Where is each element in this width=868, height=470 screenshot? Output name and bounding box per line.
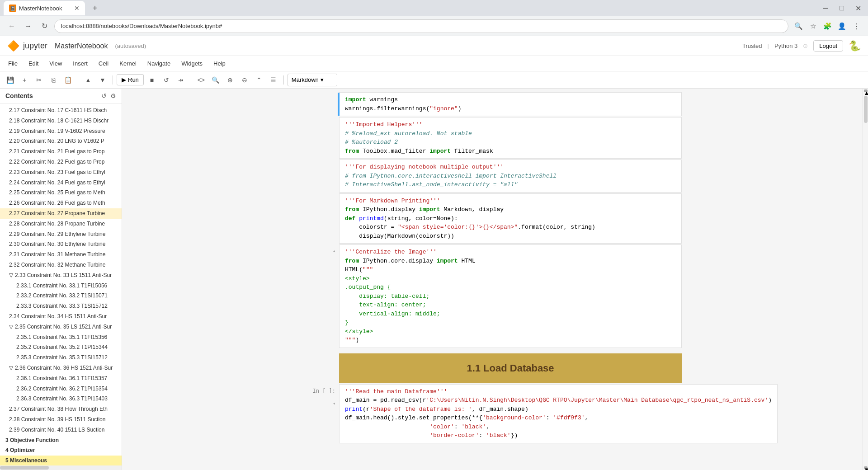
browser-tab[interactable]: 📓 MasterNotebook ✕ [4, 1, 85, 15]
toggle-headers-button[interactable]: ☰ [267, 74, 280, 86]
logout-button[interactable]: Logout [813, 40, 843, 52]
menu-kernel[interactable]: Kernel [115, 58, 141, 69]
cell-content[interactable]: import warnings warnings.filterwarnings(… [339, 92, 682, 116]
jupyter-header-right: Trusted | Python 3 ⊙ Logout 🐍 [742, 40, 861, 52]
jupyter-logo-icon: 🔶 [7, 40, 19, 52]
toc-item-2-36-1[interactable]: 2.36.1 Constraint No. 36.1 T1FI15357 [0, 373, 122, 384]
toc-item-2-19[interactable]: 2.19 Constraint No. 19 V-1602 Pressure [0, 126, 122, 136]
extensions-icon[interactable]: 🧩 [821, 20, 834, 33]
cut-button[interactable]: ✂ [33, 74, 45, 86]
toc-item-2-33-1[interactable]: 2.33.1 Constraint No. 33.1 T1FI15056 [0, 281, 122, 291]
restart-button[interactable]: ↺ [160, 74, 173, 86]
cell-content[interactable]: '''For displaying notebook multiple outp… [339, 160, 682, 193]
toc-item-2-36-3[interactable]: 2.36.3 Constraint No. 36.3 T1PI15403 [0, 394, 122, 404]
toc-item-2-21[interactable]: 2.21 Constraint No. 21 Fuel gas to Prop [0, 146, 122, 157]
notebook-title[interactable]: MasterNotebook [55, 42, 108, 50]
forward-button[interactable]: → [22, 20, 34, 33]
sidebar-bottom-scrollbar[interactable] [0, 465, 122, 470]
sidebar-settings-icon[interactable]: ⚙ [110, 92, 116, 99]
toc-item-2-33-3[interactable]: 2.33.3 Constraint No. 33.3 T1SI15712 [0, 301, 122, 311]
notebook-area[interactable]: import warnings warnings.filterwarnings(… [122, 89, 863, 470]
toc-item-2-35-1[interactable]: 2.35.1 Constraint No. 35.1 T1FI15356 [0, 332, 122, 343]
paste-button[interactable]: 📋 [61, 74, 74, 86]
toc-item-5[interactable]: 5 Miscellaneous [0, 456, 122, 465]
toc-item-2-39[interactable]: 2.39 Constraint No. 40 1511 LS Suction [0, 425, 122, 435]
move-up-button[interactable]: ▲ [82, 74, 94, 86]
toc-item-2-27[interactable]: 2.27 Constraint No. 27 Propane Turbine [0, 208, 122, 219]
address-bar[interactable]: localhost:8888/notebooks/Downloads/Maste… [54, 19, 788, 33]
toc-item-2-35[interactable]: ▽2.35 Constraint No. 35 LS 1521 Anti-Sur [0, 322, 122, 332]
search-icon[interactable]: 🔍 [792, 20, 805, 33]
menu-insert[interactable]: Insert [68, 58, 92, 69]
cell-content-load-db[interactable]: '''Read the main Dataframe''' df_main = … [339, 384, 778, 443]
search-button[interactable]: 🔍 [209, 74, 222, 86]
toc-item-2-37[interactable]: 2.37 Constraint No. 38 Flow Through Eth [0, 404, 122, 414]
cell-content[interactable]: '''For Markdown Printing''' from IPython… [339, 193, 682, 244]
toc-item-2-30[interactable]: 2.30 Constraint No. 30 Ethylene Turbine [0, 239, 122, 249]
toc-item-2-36-2[interactable]: 2.36.2 Constraint No. 36.2 T1PI15354 [0, 384, 122, 394]
toc-item-2-18[interactable]: 2.18 Constraint No. 18 C-1621 HS Dischr [0, 116, 122, 126]
toc-item-3[interactable]: 3 Objective Function [0, 435, 122, 446]
collapse-loaddb-icon[interactable]: ◂ [332, 400, 335, 406]
interrupt-button[interactable]: ■ [146, 74, 158, 86]
scroll-down-arrow[interactable]: ▼ [864, 466, 868, 469]
toc-item-2-31[interactable]: 2.31 Constraint No. 31 Methane Turbine [0, 249, 122, 260]
restart-run-button[interactable]: ↠ [175, 74, 187, 86]
menu-widgets[interactable]: Widgets [177, 58, 207, 69]
menu-cell[interactable]: Cell [94, 58, 113, 69]
code-line: print(r'Shape of the dataframe is: ', df… [345, 405, 772, 414]
jupyter-header: 🔶 jupyter MasterNotebook (autosaved) Tru… [0, 36, 868, 56]
toc-item-2-26[interactable]: 2.26 Constraint No. 26 Fuel gas to Meth [0, 198, 122, 208]
toc-item-2-36[interactable]: ▽2.36 Constraint No. 36 HS 1521 Anti-Sur [0, 363, 122, 373]
menu-help[interactable]: Help [209, 58, 230, 69]
sidebar-refresh-icon[interactable]: ↺ [101, 92, 107, 99]
zoom-out-button[interactable]: ⊖ [238, 74, 251, 86]
toc-item-2-33-2[interactable]: 2.33.2 Constraint No. 33.2 T1SI15071 [0, 291, 122, 301]
toc-item-2-34[interactable]: 2.34 Constraint No. 34 HS 1511 Anti-Sur [0, 311, 122, 322]
toc-item-2-32[interactable]: 2.32 Constraint No. 32 Methane Turbine [0, 260, 122, 270]
scrollbar-thumb[interactable] [864, 96, 868, 123]
cell-content[interactable]: '''Imported Helpers''' # %reload_ext aut… [339, 117, 682, 159]
toggle-output-button[interactable]: ⌃ [253, 74, 265, 86]
toc-item-2-38[interactable]: 2.38 Constraint No. 39 HS 1511 Suction [0, 414, 122, 425]
save-button[interactable]: 💾 [4, 74, 16, 86]
bookmark-icon[interactable]: ☆ [807, 20, 819, 33]
copy-button[interactable]: ⎘ [47, 74, 60, 86]
toc-item-2-33[interactable]: ▽2.33 Constraint No. 33 LS 1511 Anti-Sur [0, 270, 122, 281]
toc-item-2-20[interactable]: 2.20 Constraint No. 20 LNG to V1602 P [0, 136, 122, 146]
toc-item-2-25[interactable]: 2.25 Constraint No. 25 Fuel gas to Meth [0, 188, 122, 198]
cell-content[interactable]: '''Centralize the Image''' from IPython.… [339, 244, 682, 348]
profile-icon[interactable]: 👤 [835, 20, 848, 33]
menu-edit[interactable]: Edit [24, 58, 43, 69]
collapse-cell-icon[interactable]: ◂ [332, 248, 335, 254]
toc-item-2-17[interactable]: 2.17 Constraint No. 17 C-1611 HS Disch [0, 105, 122, 116]
menu-view[interactable]: View [45, 58, 66, 69]
menu-navigate[interactable]: Navigate [143, 58, 175, 69]
toc-item-2-28[interactable]: 2.28 Constraint No. 28 Propane Turbine [0, 219, 122, 229]
toc-item-2-24[interactable]: 2.24 Constraint No. 24 Fuel gas to Ethyl [0, 178, 122, 188]
minimize-button[interactable]: ─ [819, 2, 832, 14]
zoom-in-button[interactable]: ⊕ [224, 74, 236, 86]
more-menu-icon[interactable]: ⋮ [850, 20, 863, 33]
toc-item-4[interactable]: 4 Optimizer [0, 445, 122, 456]
cell-type-dropdown[interactable]: Markdown ▾ [288, 74, 337, 86]
close-button[interactable]: ✕ [852, 2, 864, 14]
code-button[interactable]: <> [195, 74, 208, 86]
toc-item-2-29[interactable]: 2.29 Constraint No. 29 Ethylene Turbine [0, 229, 122, 240]
reload-button[interactable]: ↻ [38, 20, 51, 33]
add-cell-button[interactable]: + [18, 74, 31, 86]
maximize-button[interactable]: □ [835, 2, 848, 14]
tab-close-button[interactable]: ✕ [74, 5, 80, 12]
toc-item-2-35-3[interactable]: 2.35.3 Constraint No. 35.3 T1SI15712 [0, 352, 122, 363]
toc-item-2-22[interactable]: 2.22 Constraint No. 22 Fuel gas to Prop [0, 157, 122, 167]
code-line: from IPython.core.display import HTML [345, 257, 676, 266]
toc-item-2-35-2[interactable]: 2.35.2 Constraint No. 35.2 T1PI15344 [0, 342, 122, 352]
menu-file[interactable]: File [4, 58, 22, 69]
move-down-button[interactable]: ▼ [96, 74, 109, 86]
toc-item-2-23[interactable]: 2.23 Constraint No. 23 Fuel gas to Ethyl [0, 167, 122, 178]
run-button[interactable]: ▶ Run [117, 74, 144, 85]
right-scrollbar[interactable]: ▲ ▼ [863, 89, 868, 470]
new-tab-button[interactable]: + [89, 2, 101, 14]
back-button[interactable]: ← [5, 20, 18, 33]
scroll-up-arrow[interactable]: ▲ [864, 89, 868, 92]
